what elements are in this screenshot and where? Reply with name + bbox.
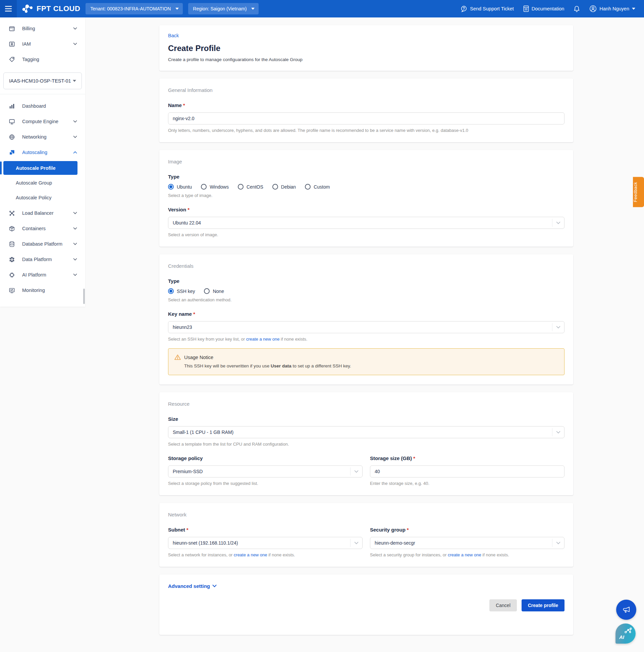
sidebar-item-networking[interactable]: Networking <box>0 129 85 145</box>
security-group-value: hieunn-demo-secgr <box>375 540 415 546</box>
sidebar-item-compute-engine[interactable]: Compute Engine <box>0 114 85 129</box>
sidebar-item-database-platform[interactable]: Database Platform <box>0 236 85 252</box>
sidebar-item-billing[interactable]: Billing <box>0 21 85 36</box>
sidebar-item-label: Networking <box>22 134 47 140</box>
notifications-button[interactable] <box>573 5 580 12</box>
usage-notice-banner: Usage Notice This SSH key will be overwr… <box>168 348 564 375</box>
region-selector[interactable]: Region: Saigon (Vietnam) <box>188 3 259 15</box>
database-icon <box>8 241 15 247</box>
sidebar-item-dashboard[interactable]: Dashboard <box>0 98 85 114</box>
sidebar-item-label: Tagging <box>22 57 39 62</box>
sidebar-item-label: Monitoring <box>22 288 45 293</box>
sidebar-item-iam[interactable]: IAM <box>0 36 85 52</box>
user-avatar-icon <box>589 5 597 12</box>
iam-icon <box>8 40 15 47</box>
subnet-field: Subnet* hieunn-snet (192.168.110.1/24) S… <box>168 527 363 558</box>
sidebar-subitem-autoscale-policy[interactable]: Autoscale Policy <box>3 191 78 205</box>
sidebar-scrollbar[interactable] <box>83 289 85 304</box>
version-select[interactable]: Ubuntu 22.04 <box>168 217 564 229</box>
tenant-selector[interactable]: Tenant: 000823-INFRA-AUTOMATION <box>86 3 183 15</box>
storage-policy-select[interactable]: Premium-SSD <box>168 465 363 478</box>
warning-icon <box>174 354 181 360</box>
storage-policy-helper: Select a storage policy from the suggest… <box>168 481 363 486</box>
sidebar-subitem-autoscale-profile[interactable]: Autoscale Profile <box>3 161 78 175</box>
radio-selected-icon <box>168 184 174 190</box>
cancel-button[interactable]: Cancel <box>489 599 517 612</box>
storage-size-field: Storage size (GB)* Enter the storage siz… <box>370 455 564 486</box>
subnet-value: hieunn-snet (192.168.110.1/24) <box>173 540 238 546</box>
storage-size-input[interactable] <box>370 465 564 478</box>
section-title: Resource <box>168 401 564 407</box>
sidebar-subitem-label: Autoscale Group <box>16 180 52 186</box>
fpt-cloud-logo[interactable]: FPT CLOUD <box>22 4 80 14</box>
radio-centos[interactable]: CentOS <box>238 184 263 190</box>
sidebar-item-autoscaling[interactable]: Autoscaling <box>0 145 85 160</box>
sidebar-item-ai-platform[interactable]: AI Platform <box>0 267 85 282</box>
chevron-down-icon <box>73 243 77 245</box>
radio-ssh-key[interactable]: SSH key <box>168 288 195 294</box>
radio-windows[interactable]: Windows <box>201 184 229 190</box>
storage-policy-value: Premium-SSD <box>173 469 203 474</box>
name-input[interactable] <box>168 112 564 125</box>
send-support-ticket-button[interactable]: Send Support Ticket <box>460 5 514 12</box>
ai-label: AI <box>619 634 624 640</box>
feedback-tab[interactable]: Feedback <box>633 177 644 207</box>
usage-notice-body: This SSH key will be overwritten if you … <box>184 363 558 369</box>
subnet-helper: Select a network for instances, or creat… <box>168 552 363 558</box>
size-label: Size <box>168 416 564 422</box>
create-new-secgroup-link[interactable]: create a new one <box>448 552 481 558</box>
bell-icon <box>573 5 580 12</box>
chevron-down-icon <box>175 8 179 10</box>
menu-toggle-button[interactable] <box>0 0 17 18</box>
sidebar-item-label: Database Platform <box>22 241 62 247</box>
user-name: Hanh Nguyen <box>599 6 629 11</box>
sidebar-item-load-balancer[interactable]: Load Balancer <box>0 206 85 221</box>
radio-debian[interactable]: Debian <box>272 184 296 190</box>
ai-assistant-button[interactable]: AI <box>615 623 636 644</box>
section-title: General Information <box>168 87 564 93</box>
create-new-key-link[interactable]: create a new one <box>246 336 280 342</box>
sidebar-subitem-autoscale-group[interactable]: Autoscale Group <box>3 176 78 190</box>
key-name-value: hieunn23 <box>173 325 192 330</box>
radio-custom[interactable]: Custom <box>305 184 330 190</box>
monitor-icon <box>8 118 15 125</box>
create-profile-button[interactable]: Create profile <box>522 599 564 612</box>
user-menu[interactable]: Hanh Nguyen <box>589 5 635 12</box>
chevron-down-icon <box>73 120 77 123</box>
sidebar-item-label: AI Platform <box>22 272 46 277</box>
key-name-helper: Select an SSH key from your key list, or… <box>168 336 564 342</box>
radio-ubuntu[interactable]: Ubuntu <box>168 184 192 190</box>
autoscaling-icon <box>8 149 15 156</box>
size-select[interactable]: Small-1 (1 CPU - 1 GB RAM) <box>168 426 564 438</box>
sidebar-item-data-platform[interactable]: Data Platform <box>0 252 85 267</box>
navbar-right: Send Support Ticket Documentation Hanh N… <box>460 5 644 12</box>
sidebar-item-label: Containers <box>22 226 46 231</box>
version-label: Version* <box>168 207 564 212</box>
sidebar-item-containers[interactable]: Containers <box>0 221 85 236</box>
security-group-select[interactable]: hieunn-demo-secgr <box>370 537 564 549</box>
key-name-select[interactable]: hieunn23 <box>168 321 564 333</box>
back-link[interactable]: Back <box>168 33 179 38</box>
documentation-button[interactable]: Documentation <box>523 5 564 12</box>
announcements-button[interactable] <box>616 600 636 620</box>
general-information-card: General Information Name* Only letters, … <box>159 79 573 142</box>
credentials-type-label: Type <box>168 278 564 284</box>
required-asterisk: * <box>187 527 189 533</box>
sidebar-item-tagging[interactable]: Tagging <box>0 52 85 67</box>
chevron-down-icon <box>73 80 76 82</box>
required-asterisk: * <box>183 102 185 108</box>
chevron-down-icon <box>73 136 77 138</box>
required-asterisk: * <box>407 527 409 533</box>
chevron-down-icon <box>73 43 77 45</box>
image-type-label: Type <box>168 174 564 180</box>
project-selector[interactable]: IAAS-HCM10-OSP-TEST-01 <box>3 73 82 89</box>
megaphone-icon <box>621 605 631 615</box>
chevron-down-icon <box>73 27 77 30</box>
radio-none[interactable]: None <box>204 288 224 294</box>
chevron-down-icon <box>632 8 635 10</box>
advanced-setting-toggle[interactable]: Advanced setting <box>168 583 217 589</box>
sidebar-item-monitoring[interactable]: Monitoring <box>0 282 85 298</box>
subnet-select[interactable]: hieunn-snet (192.168.110.1/24) <box>168 537 363 549</box>
section-title: Network <box>168 512 564 517</box>
create-new-subnet-link[interactable]: create a new one <box>234 552 267 558</box>
